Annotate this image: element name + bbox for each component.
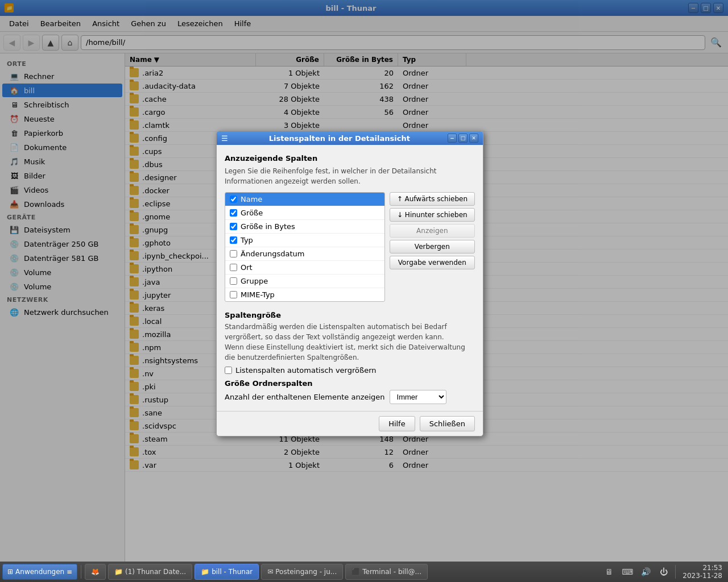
taskbar-volume-icon[interactable]: 🔊 bbox=[638, 564, 653, 580]
col-label-typ: Typ bbox=[241, 236, 253, 244]
apps-icon: ⊞ bbox=[7, 568, 13, 576]
btn-verbergen[interactable]: Verbergen bbox=[390, 240, 475, 253]
clock-time: 21:53 bbox=[682, 564, 722, 572]
columns-section: Name Größe Größe in Bytes Typ bbox=[225, 192, 475, 306]
thunar2-icon: 📁 bbox=[201, 568, 209, 576]
dialog-body: Anzuzeigende Spalten Legen Sie die Reihe… bbox=[217, 145, 483, 411]
btn-aufwärts[interactable]: ↑ Aufwärts schieben bbox=[390, 192, 475, 206]
autoresize-checkbox[interactable] bbox=[225, 367, 232, 374]
taskbar-item-firefox[interactable]: 🦊 bbox=[85, 564, 106, 580]
dialog-titlebar-controls[interactable]: − □ ✕ bbox=[448, 134, 478, 143]
dialog-columns-list: Name Größe Größe in Bytes Typ bbox=[225, 192, 385, 302]
dialog-close-button[interactable]: ✕ bbox=[469, 134, 478, 143]
col-item-ort[interactable]: Ort bbox=[225, 261, 384, 275]
dialog-footer: Hilfe Schließen bbox=[217, 411, 483, 436]
dialog-minimize-button[interactable]: − bbox=[448, 134, 457, 143]
col-item-typ[interactable]: Typ bbox=[225, 234, 384, 247]
posteingang-label: Posteingang - ju... bbox=[275, 568, 337, 576]
taskbar-item-thunar1[interactable]: 📁 (1) Thunar Date... bbox=[108, 564, 192, 580]
taskbar-item-posteingang[interactable]: ✉ Posteingang - ju... bbox=[261, 564, 343, 580]
columns-list-wrap: Name Größe Größe in Bytes Typ bbox=[225, 192, 385, 306]
col-label-gruppe: Gruppe bbox=[241, 277, 268, 285]
taskbar-separator-1 bbox=[81, 565, 81, 579]
col-checkbox-mime[interactable] bbox=[230, 291, 237, 298]
taskbar-power-icon[interactable]: ⏻ bbox=[656, 564, 672, 580]
dialog-overlay: ☰ Listenspalten in der Detailansicht − □… bbox=[0, 0, 728, 582]
col-checkbox-änderung[interactable] bbox=[230, 250, 237, 257]
col-label-mime: MIME-Typ bbox=[241, 290, 275, 299]
col-checkbox-ort[interactable] bbox=[230, 264, 237, 271]
btn-hinunter[interactable]: ↓ Hinunter schieben bbox=[390, 208, 475, 222]
thunar2-label: bill - Thunar bbox=[212, 568, 253, 576]
taskbar-keyboard-icon[interactable]: ⌨ bbox=[619, 564, 635, 580]
col-label-änderung: Änderungsdatum bbox=[241, 250, 304, 258]
col-checkbox-größe-bytes[interactable] bbox=[230, 223, 237, 230]
col-item-mime[interactable]: MIME-Typ bbox=[225, 288, 384, 301]
col-item-größe-bytes[interactable]: Größe in Bytes bbox=[225, 220, 384, 234]
taskbar-separator-2 bbox=[675, 565, 676, 579]
dialog-spalten-desc: Standardmäßig werden die Listenspalten a… bbox=[225, 322, 475, 363]
taskbar-item-thunar2[interactable]: 📁 bill - Thunar bbox=[195, 564, 259, 580]
col-item-gruppe[interactable]: Gruppe bbox=[225, 275, 384, 288]
col-item-name[interactable]: Name bbox=[225, 193, 384, 206]
col-label-ort: Ort bbox=[241, 263, 253, 272]
col-label-größe-bytes: Größe in Bytes bbox=[241, 222, 295, 231]
taskbar-item-terminal[interactable]: ⬛ Terminal - bill@... bbox=[345, 564, 428, 580]
dialog-hilfe-button[interactable]: Hilfe bbox=[379, 416, 415, 431]
taskbar-screen-icon[interactable]: 🖥 bbox=[601, 564, 617, 580]
col-checkbox-typ[interactable] bbox=[230, 236, 237, 244]
autoresize-label: Listenspalten automatisch vergrößern bbox=[235, 366, 377, 375]
dialog-dropdown-row: Anzahl der enthaltenen Elemente anzeigen… bbox=[225, 390, 475, 404]
btn-anzeigen[interactable]: Anzeigen bbox=[390, 224, 475, 238]
taskbar-clock: 21:53 2023-11-28 bbox=[679, 564, 726, 580]
terminal-label: Terminal - bill@... bbox=[362, 568, 421, 576]
ordner-desc-label: Anzahl der enthaltenen Elemente anzeigen bbox=[225, 393, 385, 401]
dialog-maximize-button[interactable]: □ bbox=[458, 134, 468, 143]
apps-label: Anwendungen ≡ bbox=[15, 568, 72, 576]
btn-vorgabe[interactable]: Vorgabe verwenden bbox=[390, 256, 475, 269]
terminal-icon: ⬛ bbox=[351, 568, 360, 576]
firefox-icon: 🦊 bbox=[91, 568, 100, 576]
columns-dialog: ☰ Listenspalten in der Detailansicht − □… bbox=[216, 131, 483, 436]
thunar1-label: (1) Thunar Date... bbox=[125, 568, 186, 576]
dialog-ordner-header: Größe Ordnerspalten bbox=[225, 379, 475, 388]
dialog-title-icon: ☰ bbox=[221, 134, 228, 143]
col-label-name: Name bbox=[241, 195, 262, 203]
dialog-section-columns-header: Anzuzeigende Spalten bbox=[225, 154, 475, 163]
dialog-column-buttons: ↑ Aufwärts schieben ↓ Hinunter schieben … bbox=[390, 192, 475, 306]
col-item-änderung[interactable]: Änderungsdatum bbox=[225, 247, 384, 261]
clock-date: 2023-11-28 bbox=[682, 572, 722, 580]
col-label-größe: Größe bbox=[241, 209, 263, 217]
dialog-spaltengröße-header: Spaltengröße bbox=[225, 311, 475, 319]
col-checkbox-name[interactable] bbox=[230, 196, 237, 203]
taskbar: ⊞ Anwendungen ≡ 🦊 📁 (1) Thunar Date... 📁… bbox=[0, 562, 728, 582]
dialog-schließen-button[interactable]: Schließen bbox=[420, 416, 475, 431]
apps-button[interactable]: ⊞ Anwendungen ≡ bbox=[2, 564, 77, 580]
col-checkbox-größe[interactable] bbox=[230, 209, 237, 217]
col-item-größe[interactable]: Größe bbox=[225, 206, 384, 220]
dialog-titlebar: ☰ Listenspalten in der Detailansicht − □… bbox=[217, 131, 483, 145]
taskbar-right: 🖥 ⌨ 🔊 ⏻ 21:53 2023-11-28 bbox=[601, 564, 726, 580]
dialog-title-text: Listenspalten in der Detailansicht bbox=[269, 134, 410, 143]
posteingang-icon: ✉ bbox=[267, 568, 273, 576]
thunar1-icon: 📁 bbox=[114, 568, 123, 576]
col-checkbox-gruppe[interactable] bbox=[230, 277, 237, 285]
ordner-dropdown[interactable]: Immer Nie Lokal bbox=[390, 390, 446, 404]
dialog-columns-desc: Legen Sie die Reihenfolge fest, in welch… bbox=[225, 166, 475, 186]
dialog-autoresize-row: Listenspalten automatisch vergrößern bbox=[225, 366, 475, 375]
